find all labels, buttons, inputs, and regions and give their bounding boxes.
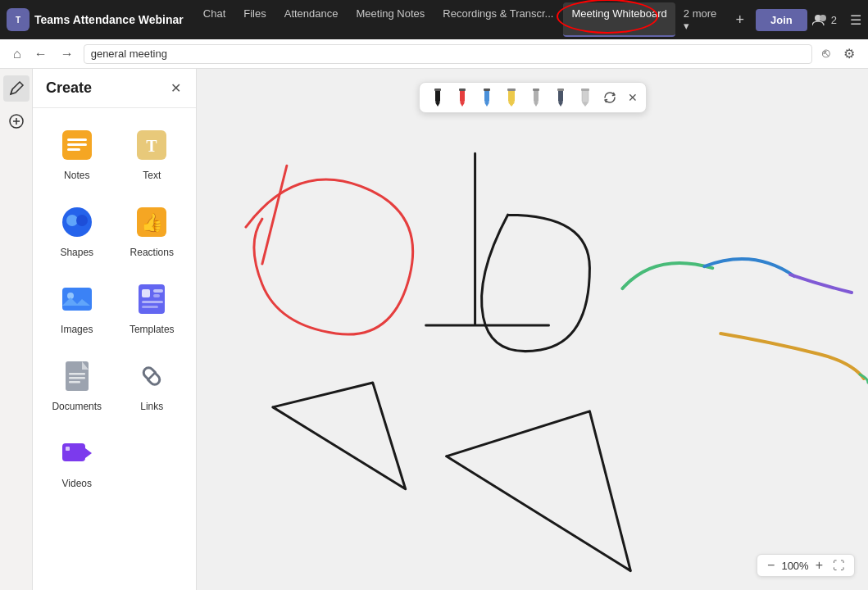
panel-title: Create xyxy=(46,79,92,97)
text-label: Text xyxy=(143,170,161,181)
shapes-icon xyxy=(57,202,97,242)
notes-icon xyxy=(57,125,97,165)
create-reactions-item[interactable]: 👍 Reactions xyxy=(118,195,187,266)
create-documents-item[interactable]: Documents xyxy=(43,349,111,420)
join-button[interactable]: Join xyxy=(756,9,807,31)
meeting-title: Teams Attendance Webinar xyxy=(34,13,184,26)
participants-badge[interactable]: 2 xyxy=(812,13,837,26)
create-grid: Notes T Text xyxy=(33,108,196,506)
app-icon: T xyxy=(7,8,30,31)
forward-button[interactable]: → xyxy=(57,45,77,63)
svg-text:T: T xyxy=(147,137,158,155)
close-panel-button[interactable]: ✕ xyxy=(169,79,183,98)
svg-rect-6 xyxy=(67,138,87,141)
sidebar-add-tool[interactable] xyxy=(3,108,30,134)
svg-rect-28 xyxy=(62,443,85,461)
tab-attendance[interactable]: Attendance xyxy=(276,2,347,37)
svg-rect-22 xyxy=(142,301,163,303)
notes-label: Notes xyxy=(64,170,89,181)
create-videos-item[interactable]: Videos xyxy=(43,426,111,497)
address-bar-icons: ⎋ ⚙ xyxy=(819,44,858,63)
templates-label: Templates xyxy=(130,324,175,335)
create-text-item[interactable]: T Text xyxy=(118,118,187,188)
svg-point-12 xyxy=(66,215,78,226)
tab-recordings[interactable]: Recordings & Transcr... xyxy=(434,2,561,37)
back-button[interactable]: ← xyxy=(31,45,51,63)
left-sidebar xyxy=(0,69,33,590)
svg-rect-26 xyxy=(69,377,85,379)
svg-rect-20 xyxy=(153,289,163,293)
documents-icon xyxy=(57,356,97,396)
documents-label: Documents xyxy=(52,401,102,412)
svg-rect-7 xyxy=(67,143,87,146)
svg-rect-30 xyxy=(66,447,70,451)
share-icon[interactable]: ⎋ xyxy=(819,44,834,63)
svg-text:👍: 👍 xyxy=(141,211,164,234)
zoom-out-button[interactable]: − xyxy=(764,558,778,573)
create-templates-item[interactable]: Templates xyxy=(118,272,187,343)
whiteboard-drawings xyxy=(197,69,868,590)
templates-icon xyxy=(132,279,171,319)
create-links-item[interactable]: Links xyxy=(118,349,187,420)
tab-meeting-notes[interactable]: Meeting Notes xyxy=(348,2,434,37)
address-bar: ⌂ ← → ⎋ ⚙ xyxy=(0,39,868,69)
shapes-label: Shapes xyxy=(60,247,93,258)
nav-right-icons: ☰ xyxy=(850,12,861,28)
svg-rect-21 xyxy=(153,294,160,297)
zoom-value: 100% xyxy=(781,560,808,572)
links-icon xyxy=(132,356,171,396)
main-area: Whiteboard gallery Create ✕ Notes xyxy=(0,69,868,590)
settings-icon[interactable]: ⚙ xyxy=(840,44,858,63)
links-label: Links xyxy=(140,401,163,412)
images-label: Images xyxy=(61,324,93,335)
svg-rect-25 xyxy=(69,373,85,375)
tab-more[interactable]: 2 more ▾ xyxy=(677,2,725,37)
svg-rect-23 xyxy=(142,306,158,308)
tab-chat[interactable]: Chat xyxy=(195,2,234,37)
svg-rect-16 xyxy=(62,288,92,311)
create-shapes-item[interactable]: Shapes xyxy=(43,195,111,266)
panel-header: Create ✕ xyxy=(33,69,196,108)
tab-meeting-whiteboard[interactable]: Meeting Whiteboard xyxy=(563,2,675,37)
nav-tabs: Chat Files Attendance Meeting Notes Reco… xyxy=(195,2,725,37)
svg-rect-18 xyxy=(139,284,165,314)
reactions-label: Reactions xyxy=(130,247,174,258)
address-input[interactable] xyxy=(84,44,812,64)
zoom-fit-button[interactable]: ⛶ xyxy=(829,559,848,572)
participants-icon xyxy=(812,13,829,26)
zoom-in-button[interactable]: + xyxy=(812,558,826,573)
svg-point-3 xyxy=(820,15,826,21)
sidebar-pen-tool[interactable] xyxy=(3,75,30,102)
reactions-icon: 👍 xyxy=(132,202,171,242)
svg-marker-29 xyxy=(85,448,92,458)
videos-icon xyxy=(57,433,97,473)
create-panel: Whiteboard gallery Create ✕ Notes xyxy=(33,69,197,590)
top-nav: T Teams Attendance Webinar Chat Files At… xyxy=(0,0,868,39)
svg-text:T: T xyxy=(16,16,20,25)
panel-header-wrapper: Whiteboard gallery Create ✕ xyxy=(33,69,196,108)
text-icon: T xyxy=(132,125,171,165)
svg-rect-27 xyxy=(69,381,80,384)
create-images-item[interactable]: Images xyxy=(43,272,111,343)
list-icon[interactable]: ☰ xyxy=(850,12,861,28)
create-notes-item[interactable]: Notes xyxy=(43,118,111,188)
whiteboard-canvas[interactable]: ✕ xyxy=(197,69,868,590)
svg-rect-8 xyxy=(67,148,80,151)
participants-count: 2 xyxy=(831,14,837,26)
add-tab-button[interactable]: + xyxy=(729,8,752,32)
svg-rect-19 xyxy=(142,289,150,297)
home-button[interactable]: ⌂ xyxy=(10,45,25,63)
svg-point-13 xyxy=(76,215,88,226)
images-icon xyxy=(57,279,97,319)
tab-files[interactable]: Files xyxy=(235,2,274,37)
zoom-controls: − 100% + ⛶ xyxy=(757,554,855,577)
videos-label: Videos xyxy=(62,478,92,489)
